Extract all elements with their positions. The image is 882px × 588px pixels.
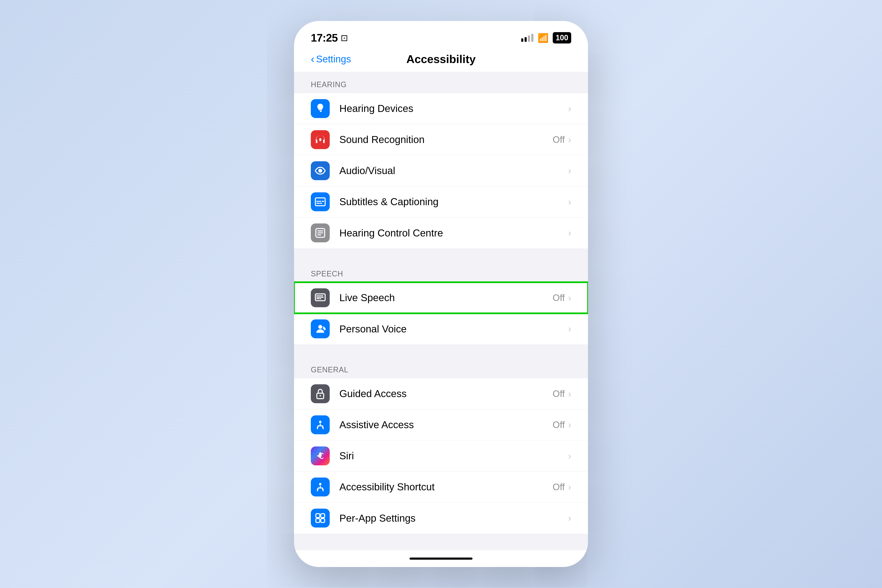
live-speech-label: Live Speech — [339, 292, 395, 303]
chevron-icon: › — [568, 324, 571, 334]
content-area: HEARING Hearing Devices › — [294, 72, 588, 550]
svg-point-7 — [320, 395, 321, 396]
hearing-control-centre-right: › — [568, 228, 571, 238]
subtitles-captioning-icon — [311, 192, 330, 211]
general-group: Guided Access Off › Assistive Access — [294, 378, 588, 534]
accessibility-shortcut-value: Off — [552, 482, 565, 492]
per-app-settings-label: Per-App Settings — [339, 512, 416, 524]
siri-right: › — [568, 451, 571, 461]
svg-point-9 — [319, 483, 321, 485]
guided-access-content: Guided Access Off › — [339, 388, 571, 399]
chevron-icon: › — [568, 104, 571, 114]
row-sound-recognition[interactable]: Sound Recognition Off › — [294, 124, 588, 155]
assistive-access-label: Assistive Access — [339, 419, 414, 430]
row-siri[interactable]: Siri › — [294, 440, 588, 471]
chevron-icon: › — [568, 388, 571, 399]
row-hearing-devices[interactable]: Hearing Devices › — [294, 93, 588, 124]
personal-voice-icon — [311, 320, 330, 338]
subtitles-captioning-content: Subtitles & Captioning › — [339, 196, 571, 207]
subtitles-captioning-right: › — [568, 196, 571, 207]
live-speech-icon — [311, 288, 330, 307]
row-subtitles-captioning[interactable]: Subtitles & Captioning › — [294, 186, 588, 218]
svg-point-1 — [318, 169, 322, 172]
subtitles-captioning-label: Subtitles & Captioning — [339, 196, 438, 207]
accessibility-shortcut-content: Accessibility Shortcut Off › — [339, 481, 571, 493]
row-accessibility-shortcut[interactable]: Accessibility Shortcut Off › — [294, 471, 588, 502]
guided-access-icon — [311, 384, 330, 403]
audio-visual-icon — [311, 161, 330, 180]
siri-content: Siri › — [339, 450, 571, 462]
guided-access-right: Off › — [552, 388, 571, 399]
assistive-access-right: Off › — [552, 420, 571, 430]
assistive-access-value: Off — [552, 420, 565, 430]
personal-voice-content: Personal Voice › — [339, 323, 571, 335]
status-bar: 17:25 ⊡ 📶 100 — [294, 21, 588, 48]
row-hearing-control-centre[interactable]: Hearing Control Centre › — [294, 218, 588, 248]
spacer-3 — [294, 534, 588, 546]
guided-access-value: Off — [552, 388, 565, 399]
row-assistive-access[interactable]: Assistive Access Off › — [294, 409, 588, 440]
row-live-speech[interactable]: Live Speech Off › — [294, 282, 588, 314]
sound-recognition-right: Off › — [552, 134, 571, 145]
nav-bar: ‹ Settings Accessibility — [294, 48, 588, 72]
status-time: 17:25 — [311, 32, 338, 44]
section-general: GENERAL Guided Access Off › — [294, 357, 588, 534]
audio-visual-content: Audio/Visual › — [339, 165, 571, 176]
back-button[interactable]: ‹ Settings — [311, 53, 351, 65]
battery-icon: 100 — [553, 32, 571, 44]
personal-voice-label: Personal Voice — [339, 323, 406, 335]
sound-recognition-value: Off — [552, 134, 565, 145]
wifi-icon: 📶 — [538, 33, 549, 43]
svg-rect-12 — [316, 519, 320, 522]
audio-visual-right: › — [568, 165, 571, 176]
back-label: Settings — [316, 53, 351, 64]
hearing-control-centre-content: Hearing Control Centre › — [339, 227, 571, 239]
accessibility-shortcut-icon — [311, 477, 330, 496]
hearing-control-centre-label: Hearing Control Centre — [339, 227, 443, 239]
chevron-icon: › — [568, 165, 571, 176]
audio-visual-label: Audio/Visual — [339, 165, 395, 176]
siri-label: Siri — [339, 450, 354, 462]
spacer-1 — [294, 248, 588, 261]
battery-level: 100 — [556, 33, 568, 42]
page-title: Accessibility — [406, 52, 476, 66]
hearing-devices-right: › — [568, 104, 571, 114]
per-app-settings-content: Per-App Settings › — [339, 512, 571, 524]
chevron-icon: › — [568, 482, 571, 492]
assistive-access-icon — [311, 416, 330, 434]
section-header-speech: SPEECH — [294, 261, 588, 282]
hearing-devices-icon — [311, 99, 330, 118]
phone-container: 17:25 ⊡ 📶 100 ‹ Settings Accessibility H… — [294, 21, 588, 567]
chevron-icon: › — [568, 134, 571, 145]
row-guided-access[interactable]: Guided Access Off › — [294, 378, 588, 409]
chevron-icon: › — [568, 228, 571, 238]
assistive-access-content: Assistive Access Off › — [339, 419, 571, 430]
activity-indicator: ⊡ — [340, 33, 348, 43]
row-per-app-settings[interactable]: Per-App Settings › — [294, 502, 588, 534]
svg-rect-13 — [321, 519, 325, 522]
status-icons: 📶 100 — [521, 32, 571, 44]
svg-point-8 — [319, 421, 321, 423]
sound-recognition-label: Sound Recognition — [339, 134, 424, 146]
signal-icon — [521, 34, 533, 42]
chevron-icon: › — [568, 513, 571, 524]
guided-access-label: Guided Access — [339, 388, 406, 399]
live-speech-content: Live Speech Off › — [339, 292, 571, 303]
home-indicator — [294, 550, 588, 567]
section-speech: SPEECH Live Speech Off › — [294, 261, 588, 344]
row-audio-visual[interactable]: Audio/Visual › — [294, 155, 588, 186]
section-hearing: HEARING Hearing Devices › — [294, 72, 588, 248]
svg-rect-10 — [316, 514, 320, 518]
accessibility-shortcut-label: Accessibility Shortcut — [339, 481, 435, 493]
section-header-hearing: HEARING — [294, 72, 588, 93]
section-header-general: GENERAL — [294, 357, 588, 378]
home-bar — [410, 558, 472, 560]
accessibility-shortcut-right: Off › — [552, 482, 571, 492]
per-app-settings-icon — [311, 508, 330, 528]
svg-rect-0 — [319, 138, 321, 141]
chevron-icon: › — [568, 420, 571, 430]
chevron-icon: › — [568, 292, 571, 303]
siri-icon — [311, 447, 330, 465]
row-personal-voice[interactable]: Personal Voice › — [294, 314, 588, 344]
chevron-icon: › — [568, 451, 571, 461]
